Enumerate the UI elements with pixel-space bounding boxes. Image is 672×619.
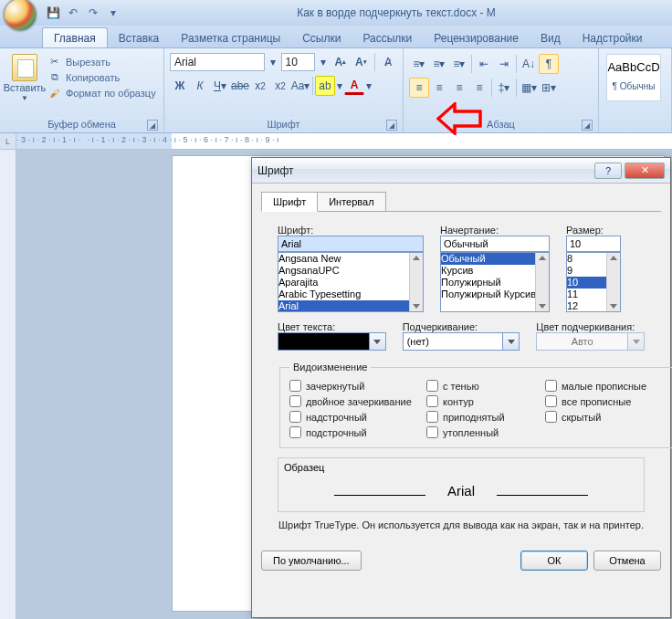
vertical-ruler[interactable] <box>0 150 16 619</box>
paste-dropdown-icon[interactable]: ▼ <box>21 94 28 102</box>
chk-engrave[interactable]: утопленный <box>426 426 545 438</box>
dialog-titlebar[interactable]: Шрифт ? ✕ <box>252 158 670 184</box>
close-button[interactable]: ✕ <box>625 163 665 179</box>
qat-more-icon[interactable]: ▾ <box>106 5 121 20</box>
shading-button[interactable]: ▦▾ <box>519 78 539 98</box>
ok-button[interactable]: ОК <box>520 551 588 571</box>
line-spacing-button[interactable]: ‡▾ <box>494 78 514 98</box>
font-dropdown-icon[interactable]: ▾ <box>267 52 278 72</box>
paste-icon[interactable] <box>12 54 37 81</box>
font-size-combo[interactable]: 10 <box>281 53 316 71</box>
shrink-font-button[interactable]: A▾ <box>352 52 371 72</box>
format-painter-button[interactable]: 🖌Формат по образцу <box>46 85 159 100</box>
chk-hidden[interactable]: скрытый <box>545 411 664 423</box>
underline-button[interactable]: Ч▾ <box>210 76 230 96</box>
scissors-icon: ✂ <box>47 55 61 68</box>
underline-color-dropdown: Авто <box>536 332 645 351</box>
tab-insert[interactable]: Вставка <box>108 28 171 47</box>
style-normal[interactable]: AaBbCcD ¶ Обычны <box>606 54 661 101</box>
align-left-button[interactable]: ≡ <box>409 78 429 98</box>
bold-button[interactable]: Ж <box>170 76 190 96</box>
effects-title: Видоизменение <box>289 362 371 372</box>
grow-font-button[interactable]: A▴ <box>331 52 350 72</box>
save-icon[interactable]: 💾 <box>46 5 60 20</box>
help-button[interactable]: ? <box>594 163 622 179</box>
style-input[interactable] <box>440 236 550 252</box>
change-case-button[interactable]: Aa▾ <box>290 76 310 96</box>
chk-smallcaps[interactable]: малые прописные <box>545 380 664 392</box>
paragraph-dialog-launcher[interactable]: ◢ <box>582 120 593 131</box>
dialog-tab-spacing[interactable]: Интервал <box>318 192 385 212</box>
cancel-button[interactable]: Отмена <box>593 551 661 571</box>
bullets-button[interactable]: ≡▾ <box>409 54 429 74</box>
size-dropdown-icon[interactable]: ▾ <box>317 52 329 72</box>
default-button[interactable]: По умолчанию... <box>261 551 362 571</box>
justify-button[interactable]: ≡ <box>469 78 489 98</box>
cut-button[interactable]: ✂Вырезать <box>46 54 159 69</box>
font-input[interactable] <box>278 236 424 252</box>
copy-icon: ⧉ <box>47 70 61 84</box>
multilevel-button[interactable]: ≡▾ <box>449 54 469 74</box>
tab-mailings[interactable]: Рассылки <box>352 28 423 47</box>
chk-strike[interactable]: зачеркнутый <box>289 380 426 392</box>
redo-icon[interactable]: ↷ <box>86 5 100 20</box>
font-name-combo[interactable]: Arial <box>170 53 265 71</box>
ribbon-tabs: Главная Вставка Разметка страницы Ссылки… <box>0 26 672 47</box>
ribbon: Вставить ▼ ✂Вырезать ⧉Копировать 🖌Формат… <box>0 47 672 133</box>
scrollbar[interactable] <box>535 253 549 311</box>
numbering-button[interactable]: ≡▾ <box>429 54 449 74</box>
font-color-dropdown[interactable] <box>278 332 386 351</box>
indent-inc-button[interactable]: ⇥ <box>494 54 514 74</box>
tab-layout[interactable]: Разметка страницы <box>170 28 291 47</box>
clear-format-button[interactable]: A̷ <box>378 52 397 72</box>
copy-button[interactable]: ⧉Копировать <box>46 69 159 85</box>
tab-home[interactable]: Главная <box>42 27 108 47</box>
chk-emboss[interactable]: приподнятый <box>426 411 545 423</box>
show-marks-button[interactable]: ¶ <box>539 54 559 74</box>
horizontal-ruler[interactable]: L · 3 · ı · 2 · ı · 1 · ı · · ı · 1 · ı … <box>0 133 672 150</box>
align-center-button[interactable]: ≡ <box>429 78 449 98</box>
ruler-corner[interactable]: L <box>0 133 16 150</box>
size-listbox[interactable]: 8 9 10 11 12 <box>566 252 621 312</box>
tab-review[interactable]: Рецензирование <box>423 28 530 47</box>
font-listbox[interactable]: Angsana New AngsanaUPC Aparajita Arabic … <box>278 252 424 312</box>
size-input[interactable] <box>566 236 621 252</box>
underline-dropdown[interactable]: (нет) <box>403 332 520 351</box>
font-label: Шрифт: <box>278 225 313 236</box>
clipboard-group-label: Буфер обмена <box>47 119 116 130</box>
undo-icon[interactable]: ↶ <box>66 5 80 20</box>
borders-button[interactable]: ⊞▾ <box>539 78 559 98</box>
paragraph-group-label: Абзац <box>487 119 515 130</box>
chk-superscript[interactable]: надстрочный <box>289 411 426 423</box>
tab-view[interactable]: Вид <box>530 28 572 47</box>
strike-button[interactable]: abe <box>230 76 250 96</box>
superscript-button[interactable]: x2 <box>270 76 290 96</box>
scrollbar[interactable] <box>606 253 620 311</box>
sample-label: Образец <box>284 462 638 473</box>
chk-dblstrike[interactable]: двойное зачеркивание <box>289 395 426 407</box>
chk-shadow[interactable]: с тенью <box>426 380 545 392</box>
paste-label[interactable]: Вставить <box>4 82 47 93</box>
sort-button[interactable]: A↓ <box>519 54 539 74</box>
color-dropdown-icon[interactable]: ▾ <box>364 76 373 96</box>
align-right-button[interactable]: ≡ <box>449 78 469 98</box>
office-button[interactable] <box>4 0 37 31</box>
font-color-button[interactable]: A <box>344 78 364 95</box>
indent-dec-button[interactable]: ⇤ <box>474 54 494 74</box>
chk-allcaps[interactable]: все прописные <box>545 395 664 407</box>
italic-button[interactable]: К <box>190 76 210 96</box>
chk-subscript[interactable]: подстрочный <box>289 426 426 438</box>
clipboard-dialog-launcher[interactable]: ◢ <box>147 120 158 131</box>
tab-addins[interactable]: Надстройки <box>572 28 654 47</box>
subscript-button[interactable]: x2 <box>250 76 270 96</box>
tab-references[interactable]: Ссылки <box>291 28 352 47</box>
style-listbox[interactable]: Обычный Курсив Полужирный Полужирный Кур… <box>440 252 550 312</box>
highlight-button[interactable]: ab <box>315 76 335 96</box>
chk-outline[interactable]: контур <box>426 395 545 407</box>
brush-icon: 🖌 <box>47 86 61 100</box>
highlight-dropdown-icon[interactable]: ▾ <box>335 76 344 96</box>
window-title: Как в ворде подчеркнуть текст.docx - M <box>121 6 672 19</box>
font-dialog-launcher[interactable]: ◢ <box>386 120 397 131</box>
dialog-tab-font[interactable]: Шрифт <box>261 192 318 212</box>
scrollbar[interactable] <box>409 253 423 311</box>
